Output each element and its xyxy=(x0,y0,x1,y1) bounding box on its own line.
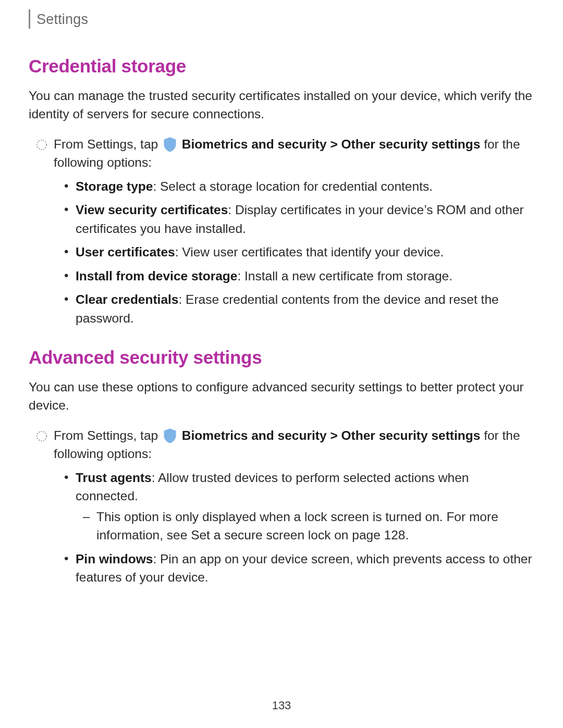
term: User certificates xyxy=(76,245,175,259)
option-list: Storage type: Select a storage location … xyxy=(54,177,534,328)
term: Storage type xyxy=(76,179,153,193)
term: Trust agents xyxy=(76,471,152,485)
svg-point-1 xyxy=(37,431,46,441)
sub-note: This option is only displayed when a loc… xyxy=(95,508,534,545)
step-marker-icon xyxy=(36,428,47,440)
menu-path-1: Biometrics and security xyxy=(182,137,327,151)
list-item: Storage type: Select a storage location … xyxy=(75,177,534,196)
term: Clear credentials xyxy=(76,292,178,306)
step-prefix: From Settings, tap xyxy=(54,428,162,442)
page-number: 133 xyxy=(0,699,563,712)
section-title-credential-storage: Credential storage xyxy=(29,56,534,77)
option-list: Trust agents: Allow trusted devices to p… xyxy=(54,468,534,587)
menu-path-2: Other security settings xyxy=(341,428,481,442)
section-intro: You can manage the trusted security cert… xyxy=(29,87,534,124)
page-header: Settings xyxy=(29,9,534,29)
term: Pin windows xyxy=(76,552,153,566)
header-label: Settings xyxy=(36,9,88,29)
cross-ref-link[interactable]: Set a secure screen lock xyxy=(191,528,331,542)
section-title-advanced-security: Advanced security settings xyxy=(29,347,534,368)
list-item: Trust agents: Allow trusted devices to p… xyxy=(75,468,534,545)
step-marker-icon xyxy=(36,137,47,149)
desc: : Install a new certificate from storage… xyxy=(237,269,452,283)
header-accent-bar xyxy=(29,9,30,29)
step-prefix: From Settings, tap xyxy=(54,137,162,151)
desc: : Select a storage location for credenti… xyxy=(153,179,433,193)
list-item: Install from device storage: Install a n… xyxy=(75,267,534,286)
desc: : View user certificates that identify y… xyxy=(175,245,444,259)
term: View security certificates xyxy=(76,203,228,217)
step-block: From Settings, tap Biometrics and securi… xyxy=(29,135,534,328)
section-intro: You can use these options to configure a… xyxy=(29,378,534,415)
sub-note-list: This option is only displayed when a loc… xyxy=(76,508,534,545)
sub-post: on page 128. xyxy=(331,528,409,542)
svg-point-0 xyxy=(37,140,46,149)
shield-icon xyxy=(163,137,177,152)
chevron: > xyxy=(327,137,341,151)
chevron: > xyxy=(327,428,341,442)
list-item: Pin windows: Pin an app on your device s… xyxy=(75,550,534,587)
step-block: From Settings, tap Biometrics and securi… xyxy=(29,426,534,587)
shield-icon xyxy=(163,428,177,443)
list-item: User certificates: View user certificate… xyxy=(75,243,534,262)
step-instruction: From Settings, tap Biometrics and securi… xyxy=(54,426,534,463)
menu-path-2: Other security settings xyxy=(341,137,481,151)
menu-path-1: Biometrics and security xyxy=(182,428,327,442)
step-instruction: From Settings, tap Biometrics and securi… xyxy=(54,135,534,172)
list-item: View security certificates: Display cert… xyxy=(75,201,534,238)
list-item: Clear credentials: Erase credential cont… xyxy=(75,290,534,327)
term: Install from device storage xyxy=(76,269,237,283)
